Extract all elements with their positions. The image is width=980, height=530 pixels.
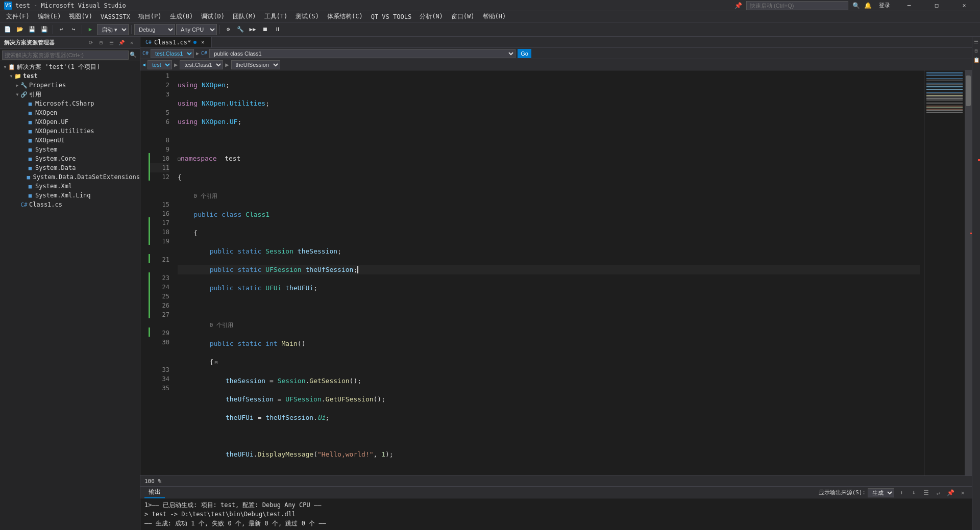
output-pin-btn[interactable]: 📌 <box>945 488 955 498</box>
tree-item-test[interactable]: ▼ 📁 test <box>0 71 140 81</box>
linenum-34: 34 <box>150 374 169 384</box>
tree-item-nxopen[interactable]: ▶ ■ NXOpen <box>0 108 140 117</box>
nav-member-dropdown[interactable]: public class Class1 <box>209 49 516 58</box>
menu-build[interactable]: 生成(B) <box>166 11 198 22</box>
tab-class1[interactable]: C# Class1.cs* ✕ <box>140 37 212 47</box>
toolbar-extra-2[interactable]: 🔧 <box>235 24 246 35</box>
quick-search-input[interactable] <box>746 1 848 10</box>
toolbar-extra-5[interactable]: ⏸ <box>272 24 283 35</box>
inline-nav-class[interactable]: test.Class1 <box>180 60 223 69</box>
config-dropdown[interactable]: Debug <box>134 24 175 35</box>
collapse-all-icon[interactable]: ⊟ <box>97 39 105 47</box>
expand-arrow: ▼ <box>8 74 14 79</box>
properties-icon[interactable]: ☰ <box>107 39 115 47</box>
output-toolbar: 显示输出来源(S): 生成 ⬆ ⬇ ☰ ↵ 📌 ✕ <box>819 488 968 498</box>
tree-item-system-core[interactable]: ▶ ■ System.Core <box>0 154 140 163</box>
output-up-btn[interactable]: ⬆ <box>896 488 906 498</box>
tree-item-nxopen-uf[interactable]: ▶ ■ NXOpen.UF <box>0 117 140 127</box>
start-btn[interactable]: ▶ <box>85 24 96 35</box>
platform-dropdown[interactable]: Any CPU <box>176 24 217 35</box>
notification-icon[interactable]: 🔔 <box>864 2 872 9</box>
collapse-btn-main[interactable]: ⊟ <box>214 360 217 365</box>
toolbar-extra-1[interactable]: ⚙ <box>223 24 234 35</box>
search-input[interactable] <box>2 51 129 60</box>
tree-item-solution[interactable]: ▼ 📋 解决方案 'test'(1 个项目) <box>0 62 140 71</box>
code-content[interactable]: using NXOpen; using NXOpen.Utilities; us… <box>174 70 924 475</box>
type-session-2: Session <box>278 377 306 385</box>
menu-edit[interactable]: 编辑(E) <box>34 11 65 22</box>
open-btn[interactable]: 📂 <box>14 24 26 35</box>
menu-file[interactable]: 文件(F) <box>2 11 34 22</box>
save-btn[interactable]: 💾 <box>27 24 38 35</box>
minimap-line-9 <box>926 84 963 85</box>
tree-item-properties[interactable]: ▶ 🔧 Properties <box>0 81 140 90</box>
minimize-btn[interactable]: ─ <box>897 0 921 11</box>
output-wrap-btn[interactable]: ↵ <box>933 488 943 498</box>
inline-nav-test[interactable]: test <box>148 60 172 69</box>
output-close-btn[interactable]: ✕ <box>958 488 968 498</box>
project-label: test <box>23 72 38 80</box>
tree-item-references[interactable]: ▼ 🔗 引用 <box>0 90 140 99</box>
output-filter-btn[interactable]: ☰ <box>921 488 931 498</box>
solution-label: 解决方案 'test'(1 个项目) <box>17 63 100 71</box>
tab-close-btn[interactable]: ✕ <box>199 39 206 46</box>
nav-class-dropdown[interactable]: test.Class1 <box>151 49 194 58</box>
kw-public-1: public <box>193 211 217 218</box>
menu-view[interactable]: 视图(V) <box>65 11 96 22</box>
menu-project[interactable]: 项目(P) <box>134 11 166 22</box>
ref-count-1: 0 个引用 <box>193 193 217 199</box>
vertical-scrollbar[interactable] <box>965 70 972 475</box>
line-numbers: 1 2 3 5 6 8 9 10 11 12 15 16 17 <box>150 70 174 475</box>
minimap-line-24 <box>926 107 963 108</box>
str-hello: "Hello,world!" <box>317 450 374 458</box>
tree-item-microsoft-csharp[interactable]: ▶ ■ Microsoft.CSharp <box>0 99 140 108</box>
close-btn[interactable]: ✕ <box>952 0 976 11</box>
menu-help[interactable]: 帮助(H) <box>479 11 510 22</box>
nav-go-btn[interactable]: Go <box>518 49 531 58</box>
minimap-line-21 <box>926 103 963 104</box>
tree-item-system-data[interactable]: ▶ ■ System.Data <box>0 163 140 172</box>
kw-class: class <box>222 211 241 218</box>
tree-item-system-xml-linq[interactable]: ▶ ■ System.Xml.Linq <box>0 191 140 200</box>
menu-analyze[interactable]: 分析(N) <box>415 11 447 22</box>
ns-nxopen-util: NXOpen.Utilities <box>202 99 265 107</box>
close-sidebar-icon[interactable]: ✕ <box>128 39 136 47</box>
start-dropdown[interactable]: 启动 ▾ <box>97 24 129 35</box>
toolbar-extra-4[interactable]: ⏹ <box>259 24 271 35</box>
linenum-26: 26 <box>150 301 169 310</box>
tree-item-system-data-ext[interactable]: ▶ ■ System.Data.DataSetExtensions <box>0 172 140 182</box>
cs-file-icon: C# <box>20 201 28 208</box>
output-tab-build[interactable]: 输出 <box>144 487 165 498</box>
menu-architecture[interactable]: 体系结构(C) <box>323 11 367 22</box>
pin-sidebar-icon[interactable]: 📌 <box>117 39 126 47</box>
menu-vassistx[interactable]: VASSISTX <box>96 12 134 21</box>
toolbar-extra-3[interactable]: ▶▶ <box>247 24 258 35</box>
linenum-15: 15 <box>150 200 169 209</box>
tree-item-class1[interactable]: ▶ C# Class1.cs <box>0 200 140 209</box>
menu-window[interactable]: 窗口(W) <box>447 11 479 22</box>
code-line-2: using NXOpen.Utilities; <box>178 99 920 108</box>
undo-btn[interactable]: ↩ <box>56 24 67 35</box>
new-btn[interactable]: 📄 <box>2 24 13 35</box>
output-source-dropdown[interactable]: 生成 <box>868 488 894 497</box>
sync-icon[interactable]: ⟳ <box>87 39 95 47</box>
login-btn[interactable]: 登录 <box>876 2 893 9</box>
save-all-btn[interactable]: 💾 <box>39 24 50 35</box>
maximize-btn[interactable]: □ <box>925 0 948 11</box>
tree-item-nxopenui[interactable]: ▶ ■ NXOpenUI <box>0 136 140 145</box>
scrollbar-thumb[interactable] <box>966 75 971 106</box>
num-1: 1 <box>381 450 385 458</box>
inline-nav-member[interactable]: theUfSession <box>231 60 280 69</box>
menu-tools[interactable]: 工具(T) <box>260 11 292 22</box>
redo-btn[interactable]: ↪ <box>68 24 79 35</box>
menu-test[interactable]: 测试(S) <box>291 11 323 22</box>
tree-item-nxopen-utilities[interactable]: ▶ ■ NXOpen.Utilities <box>0 127 140 136</box>
output-down-btn[interactable]: ⬇ <box>909 488 919 498</box>
menu-debug[interactable]: 调试(D) <box>197 11 229 22</box>
tree-item-system-xml[interactable]: ▶ ■ System.Xml <box>0 182 140 191</box>
method-getUfSession: GetUFSession <box>326 395 374 403</box>
solution-explorer: 解决方案资源管理器 ⟳ ⊟ ☰ 📌 ✕ 🔍 ▼ 📋 解决方案 'test'(1 … <box>0 37 140 530</box>
menu-team[interactable]: 团队(M) <box>229 11 260 22</box>
menu-qt[interactable]: QT VS TOOLS <box>367 12 415 21</box>
tree-item-system[interactable]: ▶ ■ System <box>0 145 140 154</box>
